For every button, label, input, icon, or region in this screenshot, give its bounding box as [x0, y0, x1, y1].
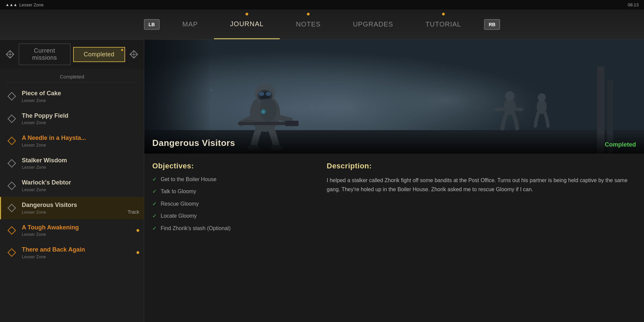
diamond-icon: [7, 204, 16, 212]
mission-zone: Lesser Zone: [22, 143, 139, 148]
mission-dot: [137, 251, 139, 254]
mission-item-tough-awakening[interactable]: A Tough Awakening Lesser Zone: [0, 219, 144, 242]
content-panel: Dangerous Visitors Completed Objectives:…: [144, 40, 644, 322]
nav-item-tutorial[interactable]: Tutorial: [409, 9, 477, 39]
lb-button[interactable]: LB: [144, 19, 160, 30]
right-tab-icon[interactable]: [128, 48, 140, 60]
main-content: Current missions Completed Completed Pie: [0, 40, 644, 322]
description-column: Description: I helped a stalker called Z…: [327, 162, 636, 314]
tutorial-dot: [442, 13, 445, 15]
objective-item-2: ✓ Talk to Gloomy: [152, 188, 313, 195]
mission-zone: Lesser Zone: [22, 232, 139, 237]
mission-zone: Lesser Zone: [22, 210, 139, 215]
diamond-icon: [7, 159, 16, 167]
mission-icon-tough-awakening: [6, 225, 17, 236]
nav-item-notes[interactable]: Notes: [280, 9, 337, 39]
objective-text-2: Talk to Gloomy: [161, 188, 196, 195]
status-bar-left: ▲▲▲ Lesser Zone: [5, 2, 44, 7]
mission-image: Dangerous Visitors Completed: [144, 40, 644, 154]
objective-text-5: Find Zhorik's stash (Optional): [161, 225, 230, 232]
current-missions-tab[interactable]: Current missions: [19, 44, 70, 65]
objective-item-1: ✓ Get to the Boiler House: [152, 176, 313, 183]
check-icon-2: ✓: [152, 188, 157, 195]
mission-name: A Needle in a Haysta...: [22, 135, 139, 142]
mission-icon-there-and-back: [6, 247, 17, 258]
objective-text-4: Locate Gloomy: [161, 212, 197, 220]
mission-name: There and Back Again: [22, 246, 139, 254]
diamond-icon: [7, 181, 16, 190]
nav-item-journal[interactable]: Journal: [214, 9, 280, 39]
status-bar: ▲▲▲ Lesser Zone 08:13: [0, 0, 644, 9]
sidebar: Current missions Completed Completed Pie: [0, 40, 144, 322]
journal-dot: [246, 13, 248, 15]
app-name: Lesser Zone: [19, 2, 44, 7]
objectives-title: Objectives:: [152, 162, 313, 170]
mission-item-there-and-back[interactable]: There and Back Again Lesser Zone: [0, 241, 144, 264]
svg-rect-21: [245, 120, 255, 122]
svg-point-32: [261, 73, 262, 74]
mission-zone: Lesser Zone: [22, 254, 139, 259]
svg-point-34: [379, 79, 380, 80]
completed-tab[interactable]: Completed: [73, 47, 125, 62]
mission-zone: Lesser Zone: [22, 120, 139, 125]
mission-item-warlocks-debtor[interactable]: Warlock's Debtor Lesser Zone: [0, 174, 144, 197]
nav-item-upgrades[interactable]: Upgrades: [337, 9, 409, 39]
diamond-icon: [7, 92, 16, 101]
mission-zone: Lesser Zone: [22, 165, 139, 170]
mission-item-poppy-field[interactable]: The Poppy Field Lesser Zone: [0, 108, 144, 130]
mission-name: Stalker Wisdom: [22, 157, 139, 164]
details-section: Objectives: ✓ Get to the Boiler House ✓ …: [144, 154, 644, 322]
mission-name: The Poppy Field: [22, 112, 139, 120]
check-icon-3: ✓: [152, 201, 157, 207]
svg-point-28: [505, 91, 515, 101]
mission-icon-poppy-field: [6, 113, 17, 124]
mission-icon-needle: [6, 136, 17, 146]
mission-item-needle-haystack[interactable]: A Needle in a Haysta... Lesser Zone: [0, 130, 144, 152]
notes-dot: [307, 13, 310, 15]
track-label[interactable]: Track: [128, 209, 139, 215]
objective-item-3: ✓ Rescue Gloomy: [152, 200, 313, 208]
mission-list: Piece of Cake Lesser Zone The Poppy Fiel…: [0, 84, 144, 322]
diamond-icon: [7, 114, 16, 123]
signal-icon: ▲▲▲: [5, 2, 17, 7]
mission-title: Dangerous Visitors: [152, 138, 235, 148]
clock: 08:13: [628, 2, 639, 7]
svg-point-33: [311, 106, 313, 107]
mission-item-stalker-wisdom[interactable]: Stalker Wisdom Lesser Zone: [0, 152, 144, 175]
objectives-column: Objectives: ✓ Get to the Boiler House ✓ …: [152, 162, 313, 314]
objective-item-5: ✓ Find Zhorik's stash (Optional): [152, 225, 313, 232]
mission-title-overlay: Dangerous Visitors Completed: [144, 132, 644, 154]
section-label: Completed: [7, 69, 137, 83]
mission-icon-piece-of-cake: [6, 91, 17, 102]
check-icon-4: ✓: [152, 213, 157, 219]
mission-icon-warlocks-debtor: [6, 180, 17, 191]
left-tab-icon[interactable]: [4, 48, 16, 60]
objective-text-3: Rescue Gloomy: [161, 200, 199, 208]
objective-text-1: Get to the Boiler House: [161, 176, 216, 183]
mission-dot: [137, 229, 139, 232]
mission-name: A Tough Awakening: [22, 224, 139, 231]
objective-item-4: ✓ Locate Gloomy: [152, 212, 313, 220]
description-text: I helped a stalker called Zhorik fight o…: [327, 176, 636, 194]
mission-zone: Lesser Zone: [22, 98, 139, 103]
diamond-icon-orange: [7, 226, 16, 234]
check-icon-1: ✓: [152, 176, 157, 182]
mission-item-piece-of-cake[interactable]: Piece of Cake Lesser Zone: [0, 85, 144, 108]
diamond-icon-orange: [7, 137, 16, 145]
nav-item-map[interactable]: Map: [166, 9, 214, 39]
nav-bar: LB Map Journal Notes Upgrades Tutorial R…: [0, 9, 644, 40]
mission-item-dangerous-visitors[interactable]: Dangerous Visitors Lesser Zone Track: [0, 197, 144, 219]
mission-name: Dangerous Visitors: [22, 202, 139, 209]
svg-point-30: [538, 93, 546, 101]
rb-button[interactable]: RB: [484, 19, 500, 30]
mission-icon-stalker-wisdom: [6, 158, 17, 169]
svg-point-16: [259, 92, 264, 96]
description-title: Description:: [327, 162, 636, 170]
mission-status-badge: Completed: [605, 141, 636, 148]
mission-zone: Lesser Zone: [22, 187, 139, 192]
svg-point-26: [262, 110, 265, 113]
mission-name: Piece of Cake: [22, 90, 139, 97]
mission-tabs: Current missions Completed: [0, 40, 144, 69]
mission-icon-dangerous-visitors: [6, 203, 17, 213]
svg-point-17: [266, 92, 271, 96]
